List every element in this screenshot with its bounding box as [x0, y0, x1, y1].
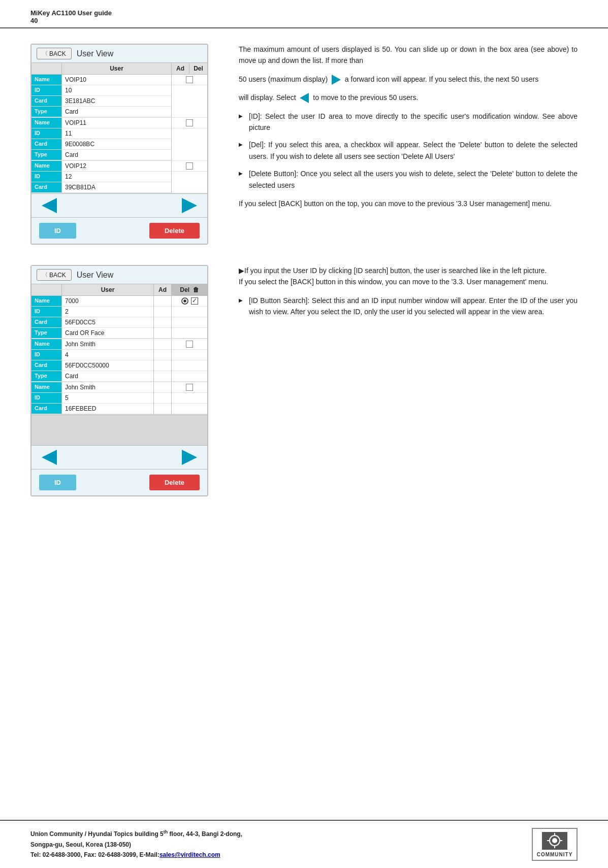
widget-1-header: BACK User View: [31, 45, 207, 63]
nav-arrow-right-2[interactable]: [182, 450, 197, 465]
label-name-2: Name: [31, 118, 62, 128]
label2-type-1: Type: [31, 328, 62, 339]
col2-ad: Ad: [154, 284, 172, 295]
value-type-1: Card: [62, 107, 172, 117]
nav-arrow-left-2[interactable]: [42, 450, 57, 465]
col-empty: [31, 63, 62, 74]
user-row-id-3: ID 12: [31, 172, 207, 182]
header: MiKey AC1100 User guide 40: [0, 0, 608, 28]
user-row-type-1: Type Card: [31, 107, 207, 117]
col-user: User: [62, 63, 172, 74]
widget-1-nav: [31, 193, 207, 218]
user-entry-2: Name VOIP11 ID 11 Card 9E0008BC: [31, 118, 207, 161]
widget-2-buttons: ID Delete: [31, 470, 207, 495]
union-community-logo-icon: [542, 832, 567, 850]
right-column-2: ▶If you input the User ID by clicking [I…: [239, 265, 578, 496]
value-name-1: VOIP10: [62, 75, 172, 85]
checkbox-area-2: [172, 118, 207, 128]
bullet-4: [ID Button Search]: Select this and an I…: [239, 295, 578, 318]
widget-1-buttons: ID Delete: [31, 218, 207, 244]
col2-user: User: [62, 284, 154, 295]
user2-row-name-1: Name 7000: [31, 296, 207, 307]
back-button-2[interactable]: BACK: [37, 269, 72, 281]
bullet-1: [ID]: Select the user ID area to move di…: [239, 111, 578, 133]
checkbox-1[interactable]: [186, 76, 193, 83]
email-link[interactable]: sales@virditech.com: [159, 851, 220, 858]
label2-name-1: Name: [31, 296, 62, 307]
label-type-2: Type: [31, 150, 62, 160]
field2-ad-1: [154, 296, 172, 307]
value2-id-3: 5: [62, 393, 154, 404]
footer-line-1: Union Community / Hyundai Topics buildin…: [30, 828, 242, 839]
back-button-1[interactable]: BACK: [37, 48, 72, 59]
label2-card-3: Card: [31, 404, 62, 414]
value2-type-1: Card OR Face: [62, 328, 154, 339]
user2-row-id-1: ID 2: [31, 307, 207, 317]
value-name-3: VOIP12: [62, 161, 172, 172]
label2-name-3: Name: [31, 382, 62, 393]
checkbox-2[interactable]: [186, 119, 193, 126]
logo-text: COMMUNITY: [537, 852, 573, 857]
user-row-id-1: ID 10: [31, 85, 207, 96]
id-button-2[interactable]: ID: [39, 475, 76, 490]
id-button-1[interactable]: ID: [39, 223, 76, 239]
bullet-list-2: [ID Button Search]: Select this and an I…: [239, 295, 578, 318]
left-column-bottom: BACK User View User Ad Del 🗑 Name 7000: [30, 265, 223, 496]
user2-row-type-1: Type Card OR Face: [31, 328, 207, 339]
value-type-2: Card: [62, 150, 172, 160]
user-row-card-3: Card 39CB81DA: [31, 182, 207, 193]
forward-icon: [332, 75, 341, 85]
user-row-type-2: Type Card: [31, 150, 207, 160]
svg-point-2: [552, 838, 557, 843]
radio-icon-1[interactable]: [181, 297, 188, 305]
checkbox-2-3[interactable]: [186, 384, 193, 391]
checkbox-checked-1[interactable]: [191, 297, 198, 305]
user-row-name-2: Name VOIP11: [31, 118, 207, 128]
value2-id-2: 4: [62, 350, 154, 360]
checkbox-area-1: [172, 75, 207, 85]
label2-id-3: ID: [31, 393, 62, 404]
delete-button-1[interactable]: Delete: [149, 223, 200, 239]
user-entry-1: Name VOIP10 ID 10 Card 3E181ABC: [31, 75, 207, 118]
value2-card-2: 56FD0CC50000: [62, 360, 154, 371]
footer-line-2: Songpa-gu, Seoul, Korea (138-050): [30, 840, 242, 850]
widget-1-title: User View: [77, 49, 114, 58]
left-column-top: BACK User View User Ad Del Name VOIP10: [30, 44, 223, 245]
back-icon: [300, 93, 309, 103]
checkbox-area-3: [172, 161, 207, 172]
user-row-id-2: ID 11: [31, 128, 207, 139]
label-name-1: Name: [31, 75, 62, 85]
bullet-list-1: [ID]: Select the user ID area to move di…: [239, 111, 578, 191]
checkbox-2-2[interactable]: [186, 341, 193, 348]
footer-line-3: Tel: 02-6488-3000, Fax: 02-6488-3099, E-…: [30, 850, 242, 860]
label2-id-1: ID: [31, 307, 62, 317]
footer-text: Union Community / Hyundai Topics buildin…: [30, 828, 242, 860]
user-entry-2-2: Name John Smith ID 4 Card: [31, 339, 207, 382]
label2-card-1: Card: [31, 317, 62, 328]
col2-del: Del 🗑: [172, 284, 207, 295]
user-row-card-1: Card 3E181ABC: [31, 96, 207, 107]
label2-type-2: Type: [31, 371, 62, 382]
nav-arrow-left-1[interactable]: [42, 198, 57, 213]
user2-row-card-3: Card 16FEBEED: [31, 404, 207, 414]
nav-arrow-right-1[interactable]: [182, 198, 197, 213]
value2-name-3: John Smith: [62, 382, 154, 393]
delete-button-2[interactable]: Delete: [149, 475, 200, 490]
value2-type-2: Card: [62, 371, 154, 382]
label-type-1: Type: [31, 107, 62, 117]
value2-name-2: John Smith: [62, 339, 154, 350]
checkbox-3[interactable]: [186, 162, 193, 170]
user-entry-2-3: Name John Smith ID 5 Card: [31, 382, 207, 415]
field2-del-1: [172, 296, 207, 307]
logo-svg: [542, 832, 567, 850]
user-row-name-1: Name VOIP10: [31, 75, 207, 85]
user-row-name-3: Name VOIP12: [31, 161, 207, 172]
label2-card-2: Card: [31, 360, 62, 371]
widget-2-table-header: User Ad Del 🗑: [31, 284, 207, 296]
widget-2-header: BACK User View: [31, 266, 207, 284]
right-column: The maximum amount of users displayed is…: [239, 44, 578, 245]
empty-area-2: [31, 415, 207, 445]
user-entry-2-1: Name 7000 ID 2: [31, 296, 207, 339]
value-id-3: 12: [62, 172, 172, 182]
bullet-3: [Delete Button]: Once you select all the…: [239, 168, 578, 191]
